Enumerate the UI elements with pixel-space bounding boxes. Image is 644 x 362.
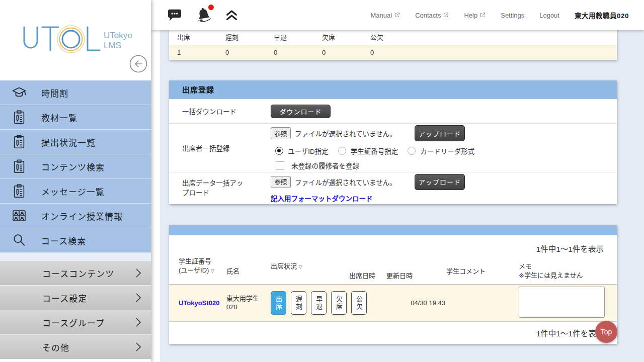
scroll-to-top-button[interactable]: Top <box>595 321 617 343</box>
table-row: UTokyoSt020 東大用学生020 出席 遅刻 早退 欠席 公欠 04/3… <box>169 285 617 321</box>
notifications-bell-icon[interactable] <box>195 7 212 24</box>
sidebar-item-course-contents[interactable]: コースコンテンツ <box>0 261 151 286</box>
bulk-register-row: 出席者一括登録 参照 ファイルが選択されていません。 アップロード ユーザID指… <box>169 123 617 172</box>
summary-value-row: 1 0 0 0 0 <box>169 45 617 60</box>
clipboard-icon <box>10 108 28 126</box>
radio-user-id[interactable] <box>275 147 283 155</box>
summary-value-cell: 0 <box>266 49 314 56</box>
id-type-radio-group: ユーザID指定 学生証番号指定 カードリーダ形式 <box>275 146 617 156</box>
student-attendance-table: 1件中1〜1件を表示 学生証番号 (ユーザID) ▽ 氏名 出席状況 ▽ 出席日… <box>169 225 617 344</box>
summary-header-cell: 欠席 <box>314 32 362 42</box>
notification-badge-dot <box>208 5 214 10</box>
column-header-memo: メモ ※学生には見えません <box>519 262 617 280</box>
svg-text:UTokyo: UTokyo <box>104 31 132 40</box>
student-name-cell: 東大用学生020 <box>226 295 271 312</box>
sort-icon[interactable]: ▽ <box>211 268 214 274</box>
download-button[interactable]: ダウンロード <box>271 105 331 118</box>
sidebar-item-others[interactable]: その他 <box>0 335 151 359</box>
column-header-student-id[interactable]: 学生証番号 (ユーザID) ▽ <box>179 257 226 275</box>
attendance-register-section: 出席登録 一括ダウンロード ダウンロード 出席者一括登録 参照 ファイルが選択さ… <box>169 80 617 204</box>
sidebar-item-course-search[interactable]: コース検索 <box>0 228 151 253</box>
sidebar-item-timetable[interactable]: 時間割 <box>0 80 151 105</box>
summary-header-cell: 出席 <box>169 32 217 42</box>
browse-file-button[interactable]: 参照 <box>271 176 291 188</box>
chevron-right-icon <box>135 293 141 303</box>
summary-value-cell: 0 <box>217 49 266 56</box>
collapse-topbar-icon[interactable] <box>225 9 238 21</box>
sidebar-item-label: その他 <box>42 341 69 353</box>
radio-card-reader-format[interactable] <box>408 147 416 155</box>
messages-icon[interactable] <box>167 9 182 22</box>
sidebar-item-course-settings[interactable]: コース設定 <box>0 286 151 310</box>
summary-header-row: 出席 遅刻 早退 欠席 公欠 <box>169 29 617 45</box>
bulk-register-label: 出席者一括登録 <box>169 124 271 172</box>
utol-logo-icon[interactable]: UTokyo LMS <box>17 19 138 62</box>
status-button-present[interactable]: 出席 <box>271 291 286 315</box>
clipboard-icon <box>10 157 28 175</box>
radio-student-card-number[interactable] <box>338 147 346 155</box>
result-count-top: 1件中1〜1件を表示 <box>169 235 617 254</box>
sidebar-item-label: コース設定 <box>42 292 87 304</box>
header-text: (ユーザID) <box>179 266 209 274</box>
sidebar-item-online-class-info[interactable]: オンライン授業情報 <box>0 204 151 228</box>
table-header-bar <box>169 225 617 235</box>
bulk-download-content: ダウンロード <box>271 99 617 123</box>
contacts-link[interactable]: Contacts <box>415 12 449 19</box>
status-button-late[interactable]: 遅刻 <box>291 291 306 315</box>
contacts-link-label: Contacts <box>415 12 441 19</box>
svg-text:LMS: LMS <box>104 41 121 50</box>
radio-label: ユーザID指定 <box>288 146 329 156</box>
external-link-icon <box>394 12 400 18</box>
collapse-sidebar-button[interactable] <box>129 54 148 73</box>
graduation-cap-icon <box>10 83 28 102</box>
column-header-status[interactable]: 出席状況 ▽ <box>271 261 349 270</box>
sidebar-item-submissions[interactable]: 提出状況一覧 <box>0 130 151 154</box>
sidebar-item-label: コースグループ <box>42 316 105 329</box>
settings-link[interactable]: Settings <box>501 12 524 19</box>
column-header-attend-date: 出席日時 <box>349 270 386 280</box>
sidebar-nav-main: 時間割 教材一覧 提出状況一覧 <box>0 80 151 253</box>
search-icon <box>10 231 28 249</box>
header-text: ※学生には見えません <box>519 272 583 279</box>
upload-button[interactable]: アップロード <box>415 174 465 190</box>
current-user-name[interactable]: 東大用教職員020 <box>575 10 629 20</box>
sidebar-item-label: メッセージ一覧 <box>41 185 105 198</box>
column-header-update-date: 更新日時 <box>386 270 446 280</box>
student-id-link[interactable]: UTokyoSt020 <box>179 299 219 307</box>
manual-link-label: Manual <box>371 12 392 19</box>
external-link-icon <box>443 12 449 18</box>
upload-button[interactable]: アップロード <box>415 125 465 141</box>
register-unenrolled-checkbox[interactable] <box>276 161 284 170</box>
sidebar-item-label: 提出状況一覧 <box>41 136 96 148</box>
sidebar-item-messages[interactable]: メッセージ一覧 <box>0 179 151 204</box>
topbar: Manual Contacts Help Settings Logout 東大用… <box>151 0 644 30</box>
bulk-upload-label-text: 出席データ一括アップロード <box>182 179 248 197</box>
sidebar-section-divider <box>0 253 151 261</box>
memo-textarea[interactable] <box>519 287 605 318</box>
logo-area: UTokyo LMS <box>0 0 151 80</box>
chevron-right-icon <box>135 317 141 327</box>
column-header-comment: 学生コメント <box>446 266 519 276</box>
external-link-icon <box>479 12 486 18</box>
bulk-register-content: 参照 ファイルが選択されていません。 アップロード ユーザID指定 学生証番号指… <box>271 124 617 172</box>
manual-link[interactable]: Manual <box>371 12 400 19</box>
help-link[interactable]: Help <box>464 12 486 19</box>
sidebar-item-course-group[interactable]: コースグループ <box>0 310 151 335</box>
sidebar-nav-course: コースコンテンツ コース設定 コースグループ その他 <box>0 261 151 359</box>
sort-icon[interactable]: ▽ <box>299 264 302 269</box>
chevron-right-icon <box>135 268 141 278</box>
settings-link-label: Settings <box>501 12 524 19</box>
header-text: メモ <box>519 262 532 270</box>
status-button-absent[interactable]: 欠席 <box>331 291 347 315</box>
chevron-right-icon <box>135 342 141 352</box>
bulk-upload-label: 出席データ一括アップロード <box>169 172 271 204</box>
sidebar-item-materials[interactable]: 教材一覧 <box>0 105 151 130</box>
logout-link[interactable]: Logout <box>539 12 559 19</box>
status-button-early-leave[interactable]: 早退 <box>311 291 327 315</box>
status-button-excused[interactable]: 公欠 <box>351 291 367 315</box>
sidebar-item-content-search[interactable]: コンテンツ検索 <box>0 154 151 179</box>
format-download-link[interactable]: 記入用フォーマットダウンロード <box>271 193 373 203</box>
sidebar-item-label: コンテンツ検索 <box>41 160 105 173</box>
browse-file-button[interactable]: 参照 <box>271 127 291 139</box>
summary-header-cell: 公欠 <box>362 32 411 42</box>
